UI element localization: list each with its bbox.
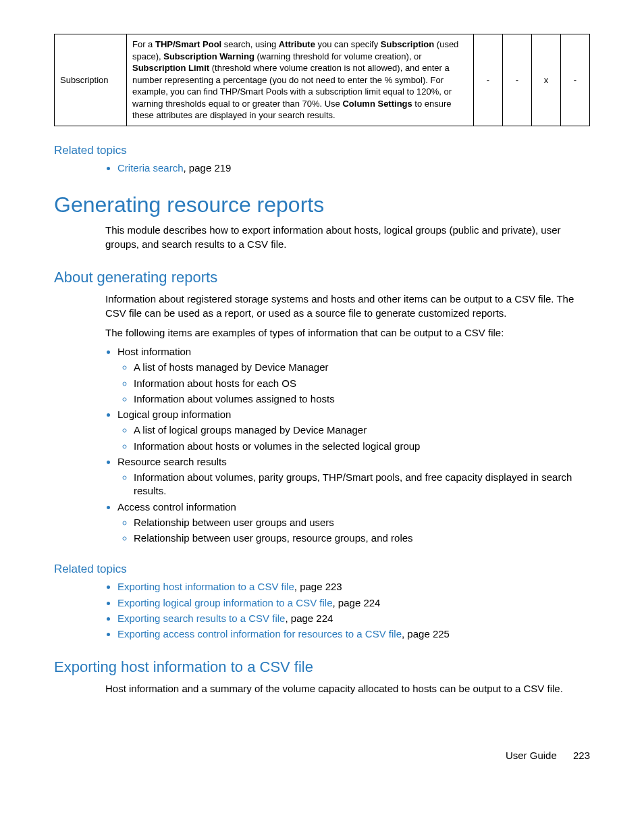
link-export-host[interactable]: Exporting host information to a CSV file: [117, 581, 294, 592]
page-footer: User Guide 223: [54, 750, 590, 761]
sub-list: Relationship between user groups and use…: [117, 516, 590, 546]
desc-bold: Attribute: [279, 39, 315, 49]
desc-text: (warning threshold for volume creation),…: [254, 51, 422, 61]
related-topics-list: Exporting host information to a CSV file…: [105, 580, 590, 641]
page-ref: , page 225: [402, 628, 450, 640]
cell-name: Subscription: [55, 34, 127, 126]
related-topics-heading: Related topics: [54, 563, 590, 576]
table-row: Subscription For a THP/Smart Pool search…: [55, 34, 590, 126]
related-topics-heading: Related topics: [54, 144, 590, 157]
intro-paragraph: This module describes how to export info…: [105, 223, 590, 251]
cell-description: For a THP/Smart Pool search, using Attri…: [127, 34, 474, 126]
cell-mark: x: [532, 34, 561, 126]
list-item-label: Logical group information: [117, 409, 231, 420]
subscription-table: Subscription For a THP/Smart Pool search…: [54, 34, 590, 126]
page-ref: , page 224: [285, 613, 333, 624]
link-export-search-results[interactable]: Exporting search results to a CSV file: [117, 613, 285, 624]
list-item-label: Resource search results: [117, 456, 227, 467]
list-item: Information about volumes assigned to ho…: [134, 392, 590, 406]
list-item: Criteria search, page 219: [117, 161, 590, 175]
page-ref: , page 223: [294, 581, 342, 592]
cell-mark: -: [503, 34, 532, 126]
page-ref: , page 219: [184, 162, 232, 174]
page-content: Subscription For a THP/Smart Pool search…: [0, 0, 644, 788]
desc-bold: Subscription Limit: [132, 63, 209, 73]
list-item: Information about volumes, parity groups…: [134, 471, 590, 498]
about-p2: The following items are examples of type…: [105, 325, 590, 340]
desc-bold: THP/Smart Pool: [155, 39, 221, 49]
heading-about-generating: About generating reports: [54, 269, 590, 286]
list-item: Resource search results Information abou…: [117, 455, 590, 498]
info-types-list: Host information A list of hosts managed…: [105, 345, 590, 545]
link-criteria-search[interactable]: Criteria search: [117, 162, 184, 174]
desc-bold: Column Settings: [342, 99, 412, 109]
list-item: Access control information Relationship …: [117, 500, 590, 546]
link-export-logical-group[interactable]: Exporting logical group information to a…: [117, 597, 333, 608]
related-topics-list: Criteria search, page 219: [105, 161, 590, 175]
list-item: Information about hosts or volumes in th…: [134, 440, 590, 453]
desc-text: you can specify: [315, 39, 381, 49]
heading-generating-reports: Generating resource reports: [54, 192, 590, 217]
list-item: Relationship between user groups and use…: [134, 516, 590, 529]
list-item-label: Host information: [117, 346, 191, 357]
list-item: Host information A list of hosts managed…: [117, 345, 590, 406]
list-item: Exporting logical group information to a…: [117, 596, 590, 610]
sub-list: A list of logical groups managed by Devi…: [117, 423, 590, 453]
sub-list: Information about volumes, parity groups…: [117, 471, 590, 498]
list-item: Exporting access control information for…: [117, 627, 590, 641]
footer-label: User Guide: [506, 750, 557, 761]
list-item: Logical group information A list of logi…: [117, 408, 590, 453]
desc-bold: Subscription Warning: [163, 51, 254, 61]
cell-mark: -: [474, 34, 503, 126]
page-ref: , page 224: [333, 597, 381, 608]
sub-list: A list of hosts managed by Device Manage…: [117, 361, 590, 406]
list-item: A list of hosts managed by Device Manage…: [134, 361, 590, 374]
list-item: Exporting host information to a CSV file…: [117, 580, 590, 594]
link-export-access-control[interactable]: Exporting access control information for…: [117, 628, 402, 640]
heading-exporting-host: Exporting host information to a CSV file: [54, 658, 590, 676]
desc-bold: Subscription: [381, 39, 434, 49]
page-number: 223: [573, 750, 590, 761]
list-item-label: Access control information: [117, 501, 236, 513]
list-item: Relationship between user groups, resour…: [134, 531, 590, 545]
desc-text: search, using: [221, 39, 279, 49]
list-item: Exporting search results to a CSV file, …: [117, 612, 590, 625]
list-item: A list of logical groups managed by Devi…: [134, 423, 590, 437]
list-item: Information about hosts for each OS: [134, 377, 590, 390]
desc-text: For a: [132, 39, 155, 49]
export-p1: Host information and a summary of the vo…: [105, 681, 590, 696]
about-p1: Information about registered storage sys…: [105, 292, 590, 320]
cell-mark: -: [561, 34, 590, 126]
